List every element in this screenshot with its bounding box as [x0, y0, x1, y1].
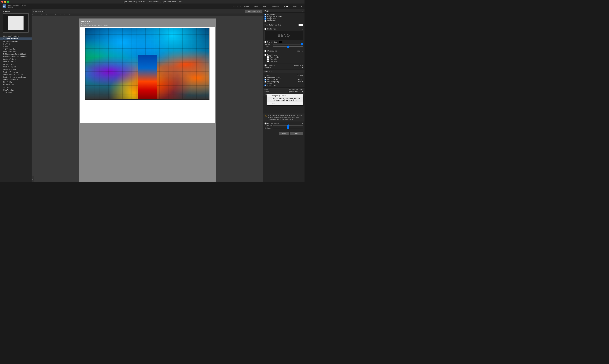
window-title: Lightroom Catalog-2-v10.lrcat - Adobe Ph…: [123, 1, 181, 3]
printer-info: Printer: EPSON SC-P5000 Series: [81, 25, 213, 27]
print-header-bar: ≡ Unsaved Print Create Saved Print: [32, 9, 263, 14]
nav-print[interactable]: Print: [283, 5, 290, 8]
nav-book[interactable]: Book: [261, 5, 269, 8]
template-custom-4x6[interactable]: Custom (2) 4 x 6: [0, 58, 32, 60]
contrast-label: Contrast: [264, 127, 272, 129]
page-numbers-checkbox[interactable]: [267, 56, 269, 58]
override-color-swatch[interactable]: [279, 41, 282, 43]
page-options-checkbox[interactable]: [264, 54, 266, 56]
print-adjustment-section: Print Adjustment ▼ Brightness Contrast: [263, 121, 305, 130]
lightroom-templates-header[interactable]: ▼ Lightroom Templates: [0, 35, 32, 38]
managed-by-printer-value: Managed by Printer: [289, 89, 303, 90]
template-fine-art-mat[interactable]: Fine Art Mat: [0, 81, 32, 83]
template-custom-centered[interactable]: Custom Centered: [0, 68, 32, 71]
page-info: Page 1 of 1 Paper: A4 Printer: EPSON SC-…: [80, 20, 215, 27]
template-custom-1over2[interactable]: Custom 1 over 2: [0, 60, 32, 63]
template-5x11-landscape[interactable]: 5x11 Landscape Contact Sheet: [0, 55, 32, 58]
template-custom-4square[interactable]: Custom 4 square: [0, 65, 32, 68]
profile-row: Profile Epson SCP5000... ▼: [264, 91, 303, 93]
print-sharpening-checkbox[interactable]: [264, 81, 266, 83]
page-bg-color-swatch[interactable]: [298, 24, 303, 26]
page-section-title: Page: [264, 10, 269, 12]
close-button[interactable]: [1, 1, 3, 3]
nav-develop[interactable]: Develop: [241, 5, 251, 8]
identity-plate-checkbox[interactable]: [264, 28, 266, 30]
print-to-label: Print to: [264, 75, 270, 76]
template-7-4x6[interactable]: 7 4x6 Prints: [0, 91, 32, 94]
template-4x5[interactable]: 4x5 Contact Sheet: [0, 48, 32, 50]
print-page: [80, 27, 215, 123]
page-options-header-row: Page Options: [264, 54, 303, 56]
template-maximize-size[interactable]: Maximize Size: [0, 83, 32, 86]
identity-plate-edit[interactable]: ▼: [302, 28, 303, 30]
template-5x9-landscape[interactable]: 5x9 Landscape Contact Sheet: [0, 53, 32, 55]
page-info-label: Page Info: [270, 58, 277, 60]
scale-slider[interactable]: [273, 46, 303, 47]
template-custom-overlap3landscape[interactable]: Custom Overlap x3 Landscape: [0, 76, 32, 78]
warning-icon: ⚠: [264, 115, 267, 117]
draft-mode-checkbox[interactable]: [264, 77, 266, 78]
watermarking-value: None: [297, 50, 300, 52]
nav-slideshow[interactable]: Slideshow: [270, 5, 281, 8]
print-resolution-checkbox[interactable]: [264, 79, 266, 80]
minimize-button[interactable]: [4, 1, 6, 3]
template-custom-overlap3[interactable]: Custom Overlap x 3: [0, 71, 32, 73]
contrast-slider[interactable]: [273, 128, 303, 128]
identity-plate-section: Identity Plate ▼ BENQ Override Color Opa…: [263, 27, 305, 49]
print-action-bar: Print Printer...: [263, 130, 305, 136]
page-bleed-row: Page Bleed: [264, 13, 303, 16]
left-panel-collapse[interactable]: ◀: [32, 176, 34, 182]
page-bleed-checkbox[interactable]: [264, 14, 266, 15]
page-container: Page 1 of 1 Paper: A4 Printer: EPSON SC-…: [79, 18, 216, 182]
brightness-slider[interactable]: [273, 126, 303, 126]
page-bleed-label: Page Bleed: [267, 14, 275, 15]
16bit-checkbox[interactable]: [264, 85, 266, 86]
printer-button[interactable]: Printer...: [290, 132, 303, 135]
page-numbers-label: Page Numbers: [270, 56, 280, 58]
margins-gutters-checkbox[interactable]: [264, 16, 266, 18]
preview-inner: [8, 16, 24, 30]
watermarking-row: Watermarking None ▼: [264, 50, 303, 52]
page-info-checkbox[interactable]: [267, 58, 269, 60]
dropdown-epson-profile[interactable]: ✓ Epson SCP5000_SemiGloss_2011 Patches_D…: [267, 97, 303, 102]
crop-marks-checkbox[interactable]: [267, 60, 269, 62]
template-2up-greeting[interactable]: 2-Up Greeting Card: [0, 40, 32, 43]
preview-header[interactable]: ▼ Preview: [1, 11, 30, 13]
template-custom-square2[interactable]: Custom Square × 2: [0, 78, 32, 81]
opacity-slider[interactable]: [273, 44, 303, 44]
nav-web[interactable]: Web: [291, 5, 299, 8]
profile-value[interactable]: Epson SCP5000... ▼: [288, 91, 303, 93]
template-custom-2over1[interactable]: Custom 2 over 1: [0, 63, 32, 65]
image-cells-checkbox[interactable]: [264, 18, 266, 20]
color-label: Color: [264, 89, 268, 90]
user-templates-header[interactable]: ▼ User Templates: [0, 89, 32, 91]
print-adjustment-checkbox[interactable]: [264, 122, 267, 125]
template-4wide[interactable]: 4 Wide: [0, 45, 32, 48]
print-adjustment-header: Print Adjustment ▼: [264, 122, 303, 125]
margins-gutters-label: Margins and Gutters: [267, 16, 282, 18]
nav-library[interactable]: Library: [231, 5, 240, 8]
print-to-selector[interactable]: Printer ▶: [297, 75, 303, 76]
print-to-row: Print to Printer ▶: [264, 74, 303, 77]
print-job-section: Print to Printer ▶ Draft Mode Printing P…: [263, 73, 305, 88]
template-triptych[interactable]: Triptych: [0, 86, 32, 89]
dimensions-checkbox[interactable]: [264, 20, 266, 22]
template-1-large-stroke[interactable]: 1 Large With Stroke: [0, 38, 32, 40]
nav-map[interactable]: Map: [252, 5, 259, 8]
maximize-button[interactable]: [7, 1, 9, 3]
watermarking-checkbox[interactable]: [264, 50, 266, 52]
print-button[interactable]: Print: [279, 132, 289, 135]
template-5x8[interactable]: 5x8 Contact Sheet: [0, 50, 32, 53]
create-saved-print-button[interactable]: Create Saved Print: [245, 10, 262, 13]
override-color-checkbox[interactable]: [264, 41, 266, 43]
dropdown-other[interactable]: Other...: [267, 102, 303, 105]
cloud-icon: ☁: [300, 5, 303, 8]
template-custom-overlap3border[interactable]: Custom Overlap x3 Border: [0, 73, 32, 76]
override-color-label: Override Color: [267, 41, 278, 43]
font-size-label: Font Size: [264, 67, 271, 69]
dropdown-managed-printer[interactable]: Managed by Printer: [267, 94, 303, 97]
template-2x2[interactable]: 2x2 Cells: [0, 43, 32, 45]
page-right-arrow: ▶: [302, 10, 303, 12]
print-sharpening-row: Print Sharpening Low ▼: [264, 81, 303, 83]
photo-info-checkbox[interactable]: [264, 65, 267, 66]
